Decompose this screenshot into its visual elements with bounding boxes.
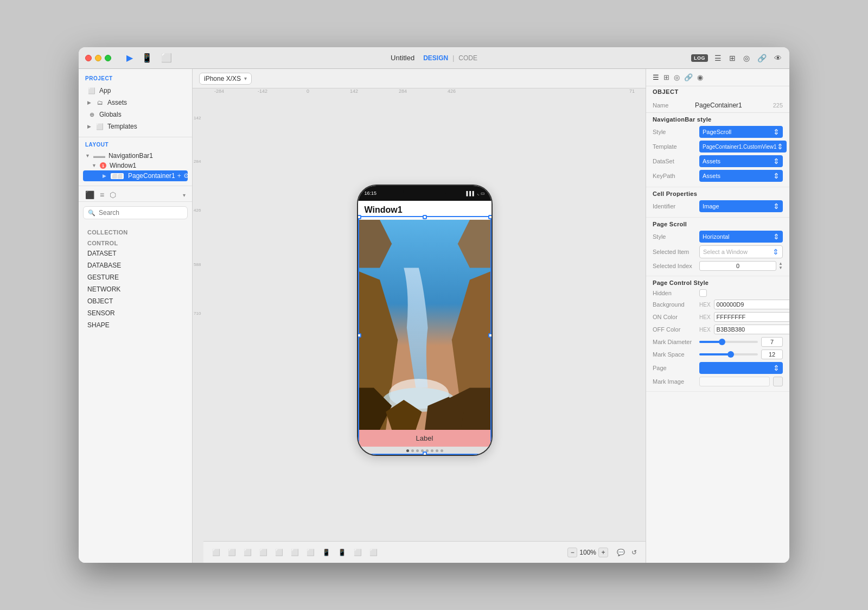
search-input[interactable] — [99, 209, 183, 217]
phone-status-bar: 16:15 ▌▌▌ ◟ ▭ — [358, 186, 492, 201]
on-hex-input[interactable] — [714, 312, 789, 322]
tree-item-window[interactable]: ▼ 1 Window1 + — [85, 161, 186, 170]
code-label[interactable]: CODE — [458, 54, 477, 62]
layout-button[interactable]: ⬜ — [159, 52, 174, 64]
bg-hex-label: HEX — [699, 302, 711, 308]
pagecontainer-expand-icon: ▶ — [103, 173, 106, 179]
style-select[interactable]: PageScroll ⇕ — [699, 126, 783, 138]
grid-icon[interactable]: ⊞ — [728, 53, 737, 63]
ruler-vmark-0: 142 — [194, 116, 201, 120]
mark-space-slider[interactable] — [699, 353, 758, 355]
sidebar-item-templates[interactable]: ▶ ⬜ Templates — [85, 120, 186, 132]
mark-space-thumb[interactable] — [727, 351, 734, 358]
category-shape[interactable]: SHAPE — [79, 319, 192, 331]
category-dataset[interactable]: DATASET — [79, 247, 192, 259]
bubble-icon[interactable]: 💬 — [615, 548, 627, 557]
off-color-label: OFF Color — [653, 326, 696, 333]
align-top-icon[interactable]: ⬜ — [273, 548, 285, 557]
design-code-toggle: DESIGN | CODE — [423, 54, 477, 62]
selected-index-stepper[interactable]: ▲ ▼ — [778, 262, 783, 270]
right-panel-icons: ☰ ⊞ ◎ 🔗 ◉ — [653, 73, 703, 81]
mark-diameter-slider[interactable] — [699, 341, 758, 343]
off-hex-input[interactable] — [714, 325, 789, 334]
sidebar-item-globals[interactable]: ⊕ Globals — [85, 109, 186, 120]
close-button[interactable] — [85, 55, 92, 61]
list-icon[interactable]: ☰ — [713, 53, 723, 63]
design-label[interactable]: DESIGN — [423, 54, 448, 62]
object-label: OBJECT — [653, 88, 783, 95]
device-frame-icon[interactable]: 📱 — [320, 548, 333, 557]
mark-image-btn[interactable] — [773, 377, 783, 386]
panel-chevron[interactable]: ▾ — [183, 192, 186, 198]
pagecontainer-settings-button[interactable]: ⚙ — [183, 172, 189, 180]
align-middle-icon[interactable]: ⬜ — [289, 548, 301, 557]
name-value[interactable]: PageContainer1 — [695, 101, 769, 109]
link-icon[interactable]: 🔗 — [756, 53, 768, 63]
name-num: 225 — [773, 102, 783, 109]
zoom-out-button[interactable]: − — [567, 548, 577, 557]
play-button[interactable]: ▶ — [124, 52, 135, 64]
tree-item-navbar[interactable]: ▼ ▬▬ NavigationBar1 + — [85, 151, 186, 161]
search-box: 🔍 — [83, 206, 188, 219]
handle-br[interactable] — [488, 452, 493, 456]
align-bottom-icon[interactable]: ⬜ — [304, 548, 317, 557]
category-database[interactable]: DATABASE — [79, 259, 192, 271]
device-selector[interactable]: iPhone X/XS ▾ — [199, 73, 252, 85]
device-frame2-icon[interactable]: 📱 — [336, 548, 348, 557]
keypath-select[interactable]: Assets ⇕ — [699, 170, 783, 182]
align-right-icon[interactable]: ⬜ — [241, 548, 254, 557]
pagecontainer-add-button[interactable]: + — [177, 172, 181, 180]
page-select[interactable]: ⇕ — [699, 362, 783, 374]
category-object[interactable]: OBJECT — [79, 295, 192, 307]
sidebar-item-app[interactable]: ⬜ App — [85, 85, 186, 97]
mark-space-input[interactable] — [761, 350, 783, 359]
template-select[interactable]: PageContainer1.CustomView1 ⇕ — [699, 141, 787, 152]
mark-diameter-thumb[interactable] — [719, 339, 725, 345]
group-icon[interactable]: ⬜ — [352, 548, 364, 557]
bg-hex-input[interactable] — [714, 300, 789, 309]
dataset-row: DataSet Assets ⇕ — [653, 155, 783, 167]
mark-diameter-label: Mark Diameter — [653, 339, 696, 345]
align-center-v-icon[interactable]: ⬜ — [226, 548, 238, 557]
dataset-select[interactable]: Assets ⇕ — [699, 155, 783, 167]
rotate-icon[interactable]: ↺ — [629, 548, 639, 557]
selected-item-select[interactable]: Select a Window ⇕ — [699, 245, 783, 258]
distribute-h-icon[interactable]: ⬜ — [257, 548, 270, 557]
tab-icon-assets[interactable]: ⬡ — [110, 190, 116, 199]
rp-target-icon[interactable]: ◎ — [674, 73, 680, 81]
keypath-row: KeyPath Assets ⇕ — [653, 170, 783, 182]
tab-icon-components[interactable]: ≡ — [100, 190, 104, 199]
rp-resize-icon[interactable]: ⊞ — [663, 73, 669, 81]
fullscreen-button[interactable] — [105, 55, 111, 61]
zoom-in-button[interactable]: + — [598, 548, 608, 557]
scroll-style-select[interactable]: Horizontal ⇕ — [699, 231, 783, 243]
ungroup-icon[interactable]: ⬜ — [367, 548, 380, 557]
sidebar-item-assets[interactable]: ▶ 🗂 Assets — [85, 97, 186, 109]
hidden-checkbox[interactable] — [699, 289, 707, 297]
dataset-label: DataSet — [653, 158, 696, 164]
align-left-icon[interactable]: ⬜ — [210, 548, 222, 557]
tree-navbar-label: NavigationBar1 — [108, 152, 153, 160]
mark-image-input[interactable] — [699, 377, 770, 386]
category-network[interactable]: NETWORK — [79, 283, 192, 295]
selected-item-placeholder: Select a Window — [703, 249, 748, 255]
selected-index-input[interactable] — [699, 261, 776, 271]
rp-list-icon[interactable]: ☰ — [653, 73, 659, 81]
tab-icon-layers[interactable]: ⬛ — [85, 190, 94, 199]
phone-frame[interactable]: 16:15 ▌▌▌ ◟ ▭ Window1 — [357, 185, 493, 456]
handle-bl[interactable] — [357, 452, 361, 456]
target-icon[interactable]: ◎ — [742, 53, 751, 63]
page-dot-2 — [416, 449, 419, 452]
category-sensor[interactable]: SENSOR — [79, 307, 192, 319]
eye-icon[interactable]: 👁 — [773, 53, 783, 63]
rp-link-icon[interactable]: 🔗 — [684, 73, 693, 81]
identifier-select[interactable]: Image ⇕ — [699, 200, 783, 212]
tree-item-pagecontainer[interactable]: ▶ ⬜⬜ PageContainer1 + ⚙ — [83, 170, 188, 181]
app-icon: ⬜ — [87, 86, 96, 95]
rp-eye-icon[interactable]: ◉ — [697, 73, 703, 81]
category-gesture[interactable]: GESTURE — [79, 271, 192, 283]
mark-diameter-input[interactable] — [761, 337, 783, 347]
device-button[interactable]: 📱 — [139, 52, 155, 64]
stepper-down[interactable]: ▼ — [778, 266, 783, 270]
minimize-button[interactable] — [95, 55, 101, 61]
